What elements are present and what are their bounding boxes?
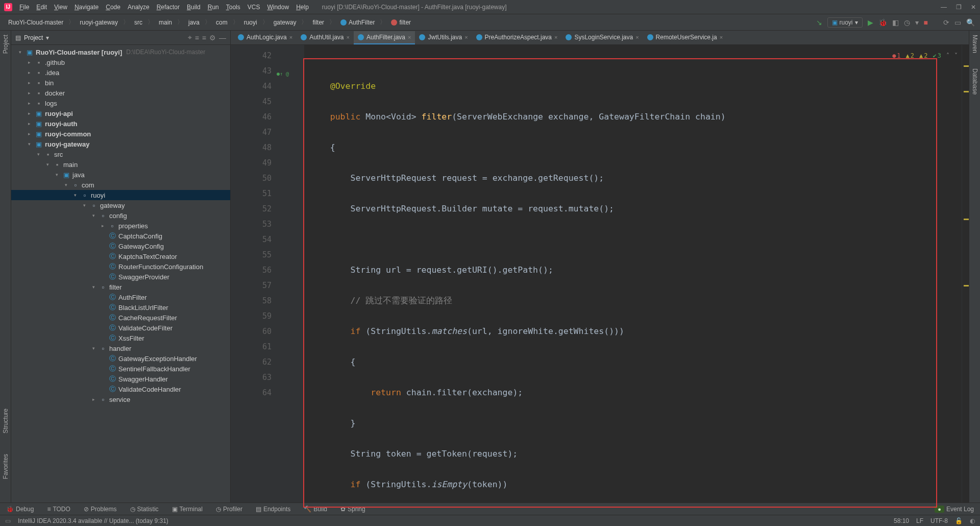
- code-area[interactable]: ●1 ▲2 ▲2 ✔3 ˄ ˅ @Override public Mono<Vo…: [305, 45, 962, 503]
- tree-swaggerhandler[interactable]: ⒸSwaggerHandler: [11, 374, 230, 384]
- line-ending[interactable]: LF: [916, 517, 923, 524]
- chevron-down-icon[interactable]: ˅: [954, 48, 958, 63]
- tree-gatewayconfig[interactable]: ⒸGatewayConfig: [11, 241, 230, 251]
- tree-sentinelfallbackhandler[interactable]: ⒸSentinelFallbackHandler: [11, 364, 230, 374]
- tab-remoteuserservice-ja[interactable]: RemoteUserService.ja×: [643, 31, 727, 44]
- hide-icon[interactable]: —: [219, 34, 226, 42]
- tool-database[interactable]: Database: [971, 68, 978, 94]
- menu-code[interactable]: Code: [106, 4, 120, 11]
- tool-structure[interactable]: Structure: [2, 409, 9, 434]
- vcs-commit-icon[interactable]: ▭: [954, 18, 961, 27]
- tool-problems[interactable]: ⊘ Problems: [84, 506, 117, 513]
- tool-debug[interactable]: 🐞 Debug: [6, 506, 34, 513]
- close-tab-icon[interactable]: ×: [289, 34, 292, 40]
- debug-icon[interactable]: 🐞: [878, 18, 887, 27]
- tool-event-log[interactable]: ● Event Log: [935, 506, 974, 513]
- status-icon[interactable]: ▭: [5, 517, 11, 524]
- override-icon[interactable]: ●↑ @: [277, 66, 289, 82]
- tree-authfilter[interactable]: ⒸAuthFilter: [11, 292, 230, 302]
- tree-java[interactable]: ▾▣java: [11, 170, 230, 180]
- tree-main[interactable]: ▾▪main: [11, 159, 230, 170]
- close-icon[interactable]: ✕: [971, 4, 976, 11]
- crumb-ruoyi[interactable]: ruoyi: [241, 17, 260, 28]
- close-tab-icon[interactable]: ×: [554, 34, 557, 40]
- coverage-icon[interactable]: ◧: [892, 18, 899, 27]
- menu-help[interactable]: Help: [296, 4, 309, 11]
- crumb-src[interactable]: src: [131, 17, 145, 28]
- gutter-line[interactable]: 63: [233, 370, 272, 385]
- menu-file[interactable]: File: [19, 4, 29, 11]
- tree-handler[interactable]: ▾▫handler: [11, 343, 230, 353]
- gutter-line[interactable]: 47: [233, 125, 272, 140]
- gutter-line[interactable]: 61: [233, 339, 272, 354]
- crumb-java[interactable]: java: [185, 17, 203, 28]
- build-icon[interactable]: ↘: [816, 18, 822, 27]
- tree--idea[interactable]: ▸▪.idea: [11, 67, 230, 78]
- tree-ruoyi-cloud-master-ruoyi-[interactable]: ▾▣RuoYi-Cloud-master [ruoyi]D:\IDEA\RuoY…: [11, 47, 230, 57]
- tree-captchaconfig[interactable]: ⒸCaptchaConfig: [11, 231, 230, 241]
- target-icon[interactable]: ⌖: [188, 33, 192, 42]
- gutter-line[interactable]: 53: [233, 217, 272, 232]
- gutter-line[interactable]: 48: [233, 140, 272, 155]
- gutter-line[interactable]: 45: [233, 94, 272, 109]
- tree-docker[interactable]: ▸▪docker: [11, 88, 230, 98]
- tool-spring[interactable]: ✿ Spring: [340, 506, 365, 513]
- tree-gateway[interactable]: ▾▫gateway: [11, 200, 230, 210]
- menu-edit[interactable]: Edit: [36, 4, 47, 11]
- close-tab-icon[interactable]: ×: [720, 34, 723, 40]
- tree-properties[interactable]: ▸▫properties: [11, 221, 230, 231]
- tree-service[interactable]: ▸▫service: [11, 394, 230, 404]
- tree-validatecodefilter[interactable]: ⒸValidateCodeFilter: [11, 323, 230, 333]
- crumb-main[interactable]: main: [156, 17, 175, 28]
- tree-blacklisturlfilter[interactable]: ⒸBlackListUrlFilter: [11, 302, 230, 313]
- crumb-gateway[interactable]: gateway: [271, 17, 300, 28]
- gutter-line[interactable]: 50: [233, 171, 272, 186]
- crumb-filter[interactable]: filter: [388, 17, 414, 28]
- chevron-up-icon[interactable]: ˄: [946, 48, 949, 63]
- tab-authfilter-java[interactable]: AuthFilter.java×: [354, 31, 415, 44]
- tree-xssfilter[interactable]: ⒸXssFilter: [11, 333, 230, 343]
- menu-view[interactable]: View: [54, 4, 67, 11]
- error-stripe[interactable]: [962, 45, 969, 503]
- gutter-line[interactable]: 51: [233, 186, 272, 201]
- minimize-icon[interactable]: —: [941, 4, 947, 11]
- tree-routerfunctionconfiguration[interactable]: ⒸRouterFunctionConfiguration: [11, 261, 230, 272]
- gutter-line[interactable]: 62: [233, 354, 272, 370]
- gutter-line[interactable]: 56: [233, 262, 272, 278]
- caret-position[interactable]: 58:10: [894, 517, 909, 524]
- collapse-icon[interactable]: ≡: [202, 34, 206, 42]
- gutter-line[interactable]: 43●↑ @: [233, 63, 272, 79]
- vcs-update-icon[interactable]: ⟳: [943, 18, 949, 27]
- run-icon[interactable]: ▶: [868, 18, 873, 27]
- tab-authlogic-java[interactable]: AuthLogic.java×: [234, 31, 297, 44]
- tool-maven[interactable]: Maven: [971, 35, 978, 53]
- tree-filter[interactable]: ▾▫filter: [11, 282, 230, 292]
- project-tree[interactable]: ▾▣RuoYi-Cloud-master [ruoyi]D:\IDEA\RuoY…: [11, 45, 230, 503]
- tree-gatewayexceptionhandler[interactable]: ⒸGatewayExceptionHandler: [11, 353, 230, 364]
- gutter[interactable]: 4243●↑ @44454647484950515253545556575859…: [231, 45, 277, 503]
- tab-preauthorizeaspect-java[interactable]: PreAuthorizeAspect.java×: [472, 31, 562, 44]
- close-tab-icon[interactable]: ×: [408, 34, 411, 40]
- menu-tools[interactable]: Tools: [226, 4, 240, 11]
- gutter-line[interactable]: 42: [233, 48, 272, 63]
- stop-icon[interactable]: ■: [924, 18, 928, 27]
- maximize-icon[interactable]: ❐: [956, 4, 962, 11]
- tree-ruoyi-api[interactable]: ▸▣ruoyi-api: [11, 108, 230, 118]
- crumb-ruoyi-cloud-master[interactable]: RuoYi-Cloud-master: [5, 17, 66, 28]
- tree-config[interactable]: ▾▫config: [11, 210, 230, 221]
- close-tab-icon[interactable]: ×: [347, 34, 350, 40]
- fold-strip[interactable]: [277, 45, 305, 503]
- tool-favorites[interactable]: Favorites: [2, 454, 9, 479]
- menu-refactor[interactable]: Refactor: [157, 4, 180, 11]
- gutter-line[interactable]: 60: [233, 324, 272, 339]
- encoding[interactable]: UTF-8: [930, 517, 948, 524]
- inspection-summary[interactable]: ●1 ▲2 ▲2 ✔3 ˄ ˅: [892, 48, 958, 63]
- tool-build[interactable]: 🔨 Build: [304, 506, 327, 513]
- tree-logs[interactable]: ▸▪logs: [11, 98, 230, 108]
- crumb-authfilter[interactable]: AuthFilter: [337, 17, 378, 28]
- tree-kaptchatextcreator[interactable]: ⒸKaptchaTextCreator: [11, 251, 230, 261]
- tree-swaggerprovider[interactable]: ⒸSwaggerProvider: [11, 272, 230, 282]
- more-run-icon[interactable]: ▾: [915, 18, 919, 27]
- tree-cacherequestfilter[interactable]: ⒸCacheRequestFilter: [11, 313, 230, 323]
- memory-icon[interactable]: ◐: [970, 517, 975, 524]
